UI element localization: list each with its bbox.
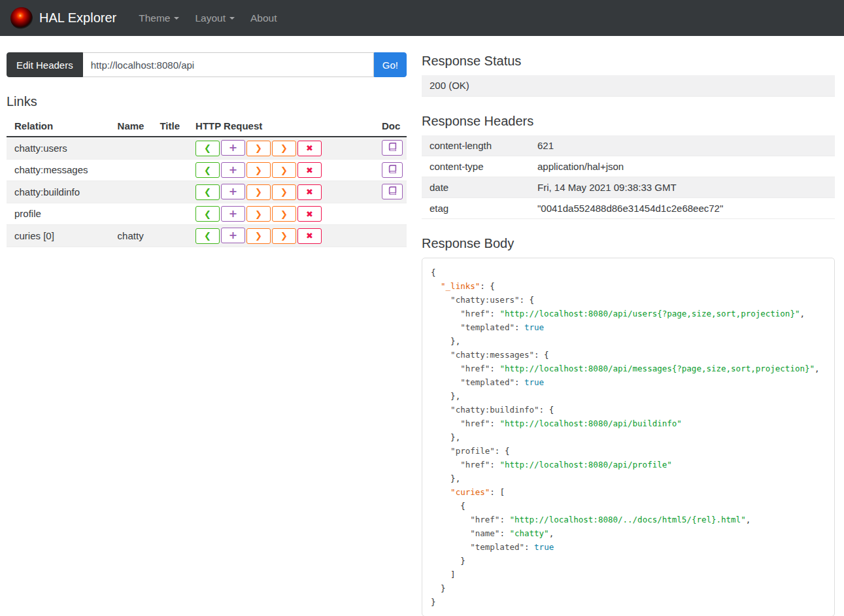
code-line: "chatty:buildinfo": { <box>431 403 826 417</box>
response-status-title: Response Status <box>422 54 835 69</box>
chevron-down-icon <box>229 17 235 20</box>
get-button[interactable]: ❮ <box>195 206 220 222</box>
post-button[interactable]: + <box>221 184 245 199</box>
code-line: }, <box>431 430 826 444</box>
code-line: "href": "http://localhost:8080/api/messa… <box>431 362 826 375</box>
request-bar: Edit Headers Go! <box>7 52 407 77</box>
code-line: "href": "http://localhost:8080/api/users… <box>431 307 826 320</box>
header-key: content-type <box>422 156 530 177</box>
book-icon <box>388 143 397 153</box>
post-button[interactable]: + <box>221 206 245 222</box>
response-status-value: 200 (OK) <box>422 75 835 96</box>
code-line: } <box>431 554 826 568</box>
code-line: }, <box>431 334 826 348</box>
title-cell <box>152 181 188 203</box>
code-line: "templated": true <box>431 540 826 554</box>
response-status-table: 200 (OK) <box>422 75 835 97</box>
go-button[interactable]: Go! <box>374 52 407 77</box>
code-line: "href": "http://localhost:8080/../docs/h… <box>431 513 826 526</box>
relation-cell: curies [0] <box>7 225 110 247</box>
brand-title: HAL Explorer <box>39 10 116 26</box>
navbar-menu: ThemeLayoutAbout <box>131 7 284 29</box>
left-panel: Edit Headers Go! Links Relation Name Tit… <box>7 36 407 616</box>
code-line: "templated": true <box>431 320 826 334</box>
put-button[interactable]: ❯ <box>246 162 271 178</box>
code-line: "_links": { <box>431 279 826 293</box>
doc-button[interactable] <box>382 184 403 199</box>
code-line: "name": "chatty", <box>431 526 826 540</box>
code-line: ] <box>431 568 826 581</box>
book-icon <box>388 165 397 175</box>
response-header-row: etag"0041da552488d86e31454d1c2e68eec72" <box>422 198 835 219</box>
links-table: Relation Name Title HTTP Request Doc cha… <box>7 116 407 247</box>
header-key: date <box>422 177 530 198</box>
column-header-name: Name <box>110 116 152 137</box>
put-button[interactable]: ❯ <box>246 184 271 200</box>
get-button[interactable]: ❮ <box>195 141 220 156</box>
patch-button[interactable]: ❯ <box>272 184 296 200</box>
code-line: } <box>431 595 826 609</box>
post-button[interactable]: + <box>221 162 245 178</box>
delete-button[interactable]: ✖ <box>297 141 322 156</box>
chevron-down-icon <box>174 17 179 20</box>
http-request-cell: ❮+❯❯✖ <box>188 159 377 181</box>
post-button[interactable]: + <box>221 140 245 156</box>
nav-item-label: Layout <box>195 12 226 24</box>
get-button[interactable]: ❮ <box>195 228 220 244</box>
doc-cell <box>377 225 407 247</box>
nav-item-layout[interactable]: Layout <box>187 7 243 29</box>
links-table-row: chatty:users❮+❯❯✖ <box>7 137 407 159</box>
column-header-http-request: HTTP Request <box>188 116 377 137</box>
column-header-relation: Relation <box>7 116 110 137</box>
patch-button[interactable]: ❯ <box>272 206 296 222</box>
put-button[interactable]: ❯ <box>246 228 271 244</box>
title-cell <box>152 203 188 225</box>
patch-button[interactable]: ❯ <box>272 228 296 244</box>
url-input[interactable] <box>83 52 374 77</box>
brand-link[interactable]: HAL Explorer <box>10 7 116 29</box>
response-headers-body: content-length621content-typeapplication… <box>422 135 835 219</box>
edit-headers-button[interactable]: Edit Headers <box>7 52 83 77</box>
delete-button[interactable]: ✖ <box>297 206 322 222</box>
get-button[interactable]: ❮ <box>195 162 220 178</box>
column-header-title: Title <box>152 116 188 137</box>
nav-item-label: About <box>250 12 277 24</box>
doc-cell <box>377 159 407 181</box>
get-button[interactable]: ❮ <box>195 184 220 200</box>
code-line: "chatty:users": { <box>431 293 826 307</box>
response-header-row: content-length621 <box>422 135 835 156</box>
name-cell <box>110 181 152 203</box>
name-cell <box>110 203 152 225</box>
name-cell: chatty <box>110 225 152 247</box>
delete-button[interactable]: ✖ <box>297 162 322 178</box>
right-panel: Response Status 200 (OK) Response Header… <box>422 36 835 616</box>
main-content: Edit Headers Go! Links Relation Name Tit… <box>0 36 844 616</box>
header-key: etag <box>422 198 530 219</box>
delete-button[interactable]: ✖ <box>297 228 322 244</box>
name-cell <box>110 137 152 159</box>
code-line: "profile": { <box>431 444 826 458</box>
patch-button[interactable]: ❯ <box>272 141 296 156</box>
nav-item-theme[interactable]: Theme <box>131 7 187 29</box>
http-request-cell: ❮+❯❯✖ <box>188 137 377 159</box>
header-key: content-length <box>422 135 530 156</box>
code-line: } <box>431 581 826 595</box>
doc-button[interactable] <box>382 162 403 178</box>
patch-button[interactable]: ❯ <box>272 162 296 178</box>
links-table-row: profile❮+❯❯✖ <box>7 203 407 225</box>
code-line: }, <box>431 389 826 403</box>
put-button[interactable]: ❯ <box>246 206 271 222</box>
title-cell <box>152 225 188 247</box>
links-table-row: curies [0]chatty❮+❯❯✖ <box>7 225 407 247</box>
post-button[interactable]: + <box>221 228 245 243</box>
header-value: application/hal+json <box>530 156 835 177</box>
code-line: "templated": true <box>431 375 826 389</box>
put-button[interactable]: ❯ <box>246 141 271 156</box>
code-line: }, <box>431 471 826 485</box>
links-table-row: chatty:buildinfo❮+❯❯✖ <box>7 181 407 203</box>
delete-button[interactable]: ✖ <box>297 184 322 200</box>
nav-item-about[interactable]: About <box>243 7 285 29</box>
title-cell <box>152 159 188 181</box>
code-line: { <box>431 265 826 279</box>
doc-button[interactable] <box>382 140 403 156</box>
